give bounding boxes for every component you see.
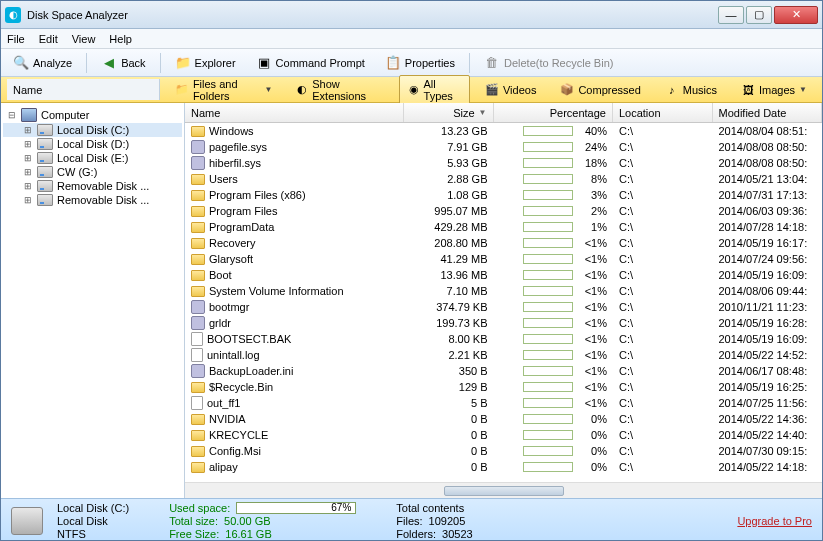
tree-node-label: Local Disk (C:): [57, 124, 129, 136]
musics-filter[interactable]: ♪Musics: [656, 80, 726, 100]
table-row[interactable]: Boot13.96 MB<1%C:\2014/05/19 16:09:: [185, 267, 822, 283]
column-percentage[interactable]: Percentage: [494, 103, 613, 122]
table-row[interactable]: System Volume Information7.10 MB<1%C:\20…: [185, 283, 822, 299]
table-row[interactable]: BackupLoader.ini350 B<1%C:\2014/06/17 08…: [185, 363, 822, 379]
menu-help[interactable]: Help: [109, 33, 132, 45]
menu-file[interactable]: File: [7, 33, 25, 45]
table-row[interactable]: KRECYCLE0 B0%C:\2014/05/22 14:40:: [185, 427, 822, 443]
tree-drive-node[interactable]: ⊞Local Disk (D:): [3, 137, 182, 151]
used-space-bar: 67%: [236, 502, 356, 514]
row-location: C:\: [613, 173, 713, 185]
expand-icon[interactable]: ⊞: [23, 181, 33, 191]
maximize-button[interactable]: ▢: [746, 6, 772, 24]
menu-view[interactable]: View: [72, 33, 96, 45]
table-row[interactable]: NVIDIA0 B0%C:\2014/05/22 14:36:: [185, 411, 822, 427]
videos-filter[interactable]: 🎬Videos: [476, 80, 545, 100]
row-modified: 2014/08/04 08:51:: [713, 125, 823, 137]
properties-button[interactable]: 📋Properties: [379, 53, 461, 73]
row-location: C:\: [613, 237, 713, 249]
row-name: System Volume Information: [209, 285, 344, 297]
table-row[interactable]: ProgramData429.28 MB1%C:\2014/07/28 14:1…: [185, 219, 822, 235]
table-row[interactable]: Program Files (x86)1.08 GB3%C:\2014/07/3…: [185, 187, 822, 203]
collapse-icon[interactable]: ⊟: [7, 110, 17, 120]
table-row[interactable]: BOOTSECT.BAK8.00 KB<1%C:\2014/05/19 16:0…: [185, 331, 822, 347]
table-row[interactable]: Glarysoft41.29 MB<1%C:\2014/07/24 09:56:: [185, 251, 822, 267]
table-row[interactable]: alipay0 B0%C:\2014/05/22 14:18:: [185, 459, 822, 475]
column-location[interactable]: Location: [613, 103, 713, 122]
column-modified[interactable]: Modified Date: [713, 103, 823, 122]
row-percentage: <1%: [577, 237, 607, 249]
table-row[interactable]: Users2.88 GB8%C:\2014/05/21 13:04:: [185, 171, 822, 187]
tree-drive-node[interactable]: ⊞Local Disk (C:): [3, 123, 182, 137]
menu-edit[interactable]: Edit: [39, 33, 58, 45]
row-size: 7.91 GB: [404, 141, 494, 153]
table-row[interactable]: grldr199.73 KB<1%C:\2014/05/19 16:28:: [185, 315, 822, 331]
images-filter[interactable]: 🖼Images▼: [732, 80, 816, 100]
row-name: Windows: [209, 125, 254, 137]
row-size: 8.00 KB: [404, 333, 494, 345]
expand-icon[interactable]: ⊞: [23, 153, 33, 163]
row-modified: 2014/05/22 14:36:: [713, 413, 823, 425]
analyze-button[interactable]: 🔍Analyze: [7, 53, 78, 73]
row-location: C:\: [613, 413, 713, 425]
table-row[interactable]: unintall.log2.21 KB<1%C:\2014/05/22 14:5…: [185, 347, 822, 363]
table-row[interactable]: Recovery208.80 MB<1%C:\2014/05/19 16:17:: [185, 235, 822, 251]
column-size[interactable]: Size▼: [404, 103, 494, 122]
row-name: alipay: [209, 461, 238, 473]
files-folders-filter[interactable]: 📁Files and Folders▼: [166, 75, 282, 105]
percentage-bar: [523, 302, 573, 312]
drive-tree[interactable]: ⊟ Computer ⊞Local Disk (C:)⊞Local Disk (…: [1, 103, 185, 498]
sort-desc-icon: ▼: [479, 108, 487, 117]
image-icon: 🖼: [741, 83, 755, 97]
row-name: bootmgr: [209, 301, 249, 313]
row-modified: 2014/07/24 09:56:: [713, 253, 823, 265]
row-name: hiberfil.sys: [209, 157, 261, 169]
compressed-filter[interactable]: 📦Compressed: [551, 80, 649, 100]
column-name[interactable]: Name: [185, 103, 404, 122]
all-types-filter[interactable]: ◉All Types: [399, 75, 470, 105]
expand-icon[interactable]: ⊞: [23, 195, 33, 205]
minimize-button[interactable]: —: [718, 6, 744, 24]
back-button[interactable]: ◀Back: [95, 53, 151, 73]
disk-label: Local Disk (C:): [57, 502, 129, 514]
file-list[interactable]: Windows13.23 GB40%C:\2014/08/04 08:51:pa…: [185, 123, 822, 482]
table-row[interactable]: out_ff15 B<1%C:\2014/07/25 11:56:: [185, 395, 822, 411]
tree-drive-node[interactable]: ⊞Removable Disk ...: [3, 193, 182, 207]
upgrade-link[interactable]: Upgrade to Pro: [737, 515, 812, 527]
tree-node-label: Local Disk (E:): [57, 152, 129, 164]
row-location: C:\: [613, 445, 713, 457]
row-name: Boot: [209, 269, 232, 281]
expand-icon[interactable]: ⊞: [23, 139, 33, 149]
tree-drive-node[interactable]: ⊞CW (G:): [3, 165, 182, 179]
expand-icon[interactable]: ⊞: [23, 167, 33, 177]
row-percentage: <1%: [577, 349, 607, 361]
close-button[interactable]: ✕: [774, 6, 818, 24]
table-row[interactable]: hiberfil.sys5.93 GB18%C:\2014/08/08 08:5…: [185, 155, 822, 171]
row-modified: 2014/05/22 14:18:: [713, 461, 823, 473]
table-row[interactable]: pagefile.sys7.91 GB24%C:\2014/08/08 08:5…: [185, 139, 822, 155]
row-name: NVIDIA: [209, 413, 246, 425]
chevron-down-icon: ▼: [264, 85, 272, 94]
titlebar: ◐ Disk Space Analyzer — ▢ ✕: [1, 1, 822, 29]
tree-root[interactable]: ⊟ Computer: [3, 107, 182, 123]
row-size: 5 B: [404, 397, 494, 409]
tree-drive-node[interactable]: ⊞Removable Disk ...: [3, 179, 182, 193]
extensions-icon: ◐: [296, 83, 308, 97]
row-modified: 2014/05/19 16:17:: [713, 237, 823, 249]
command-prompt-button[interactable]: ▣Command Prompt: [250, 53, 371, 73]
row-percentage: 0%: [577, 445, 607, 457]
used-label: Used space:: [169, 502, 230, 514]
expand-icon[interactable]: ⊞: [23, 125, 33, 135]
explorer-button[interactable]: 📁Explorer: [169, 53, 242, 73]
table-row[interactable]: $Recycle.Bin129 B<1%C:\2014/05/19 16:25:: [185, 379, 822, 395]
horizontal-scrollbar[interactable]: [185, 482, 822, 498]
table-row[interactable]: Program Files995.07 MB2%C:\2014/06/03 09…: [185, 203, 822, 219]
folder-icon: [191, 174, 205, 185]
table-row[interactable]: Config.Msi0 B0%C:\2014/07/30 09:15:: [185, 443, 822, 459]
row-percentage: 0%: [577, 429, 607, 441]
table-row[interactable]: bootmgr374.79 KB<1%C:\2010/11/21 11:23:: [185, 299, 822, 315]
scroll-thumb[interactable]: [444, 486, 564, 496]
table-row[interactable]: Windows13.23 GB40%C:\2014/08/04 08:51:: [185, 123, 822, 139]
tree-drive-node[interactable]: ⊞Local Disk (E:): [3, 151, 182, 165]
show-extensions-toggle[interactable]: ◐Show Extensions: [287, 75, 392, 105]
